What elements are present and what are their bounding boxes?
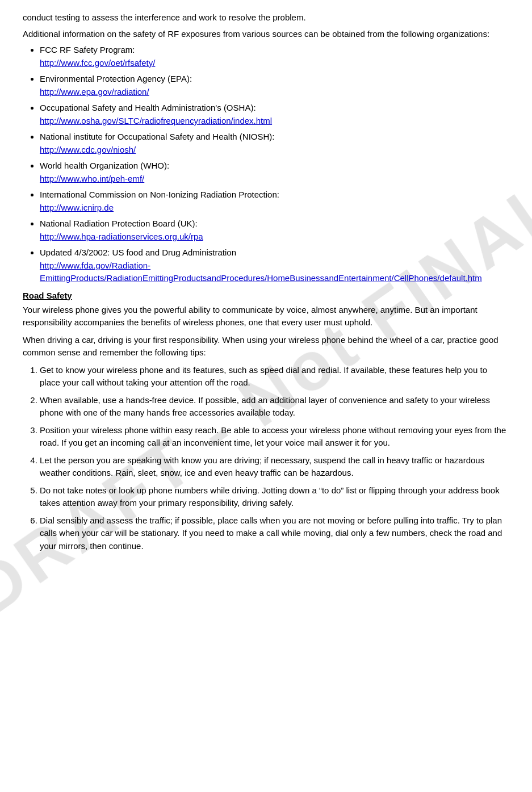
road-safety-heading: Road Safety	[23, 291, 509, 300]
tip-item-1: Get to know your wireless phone and its …	[40, 364, 509, 389]
org-nrpb-link[interactable]: http://www.hpa-radiationservices.org.uk/…	[40, 232, 203, 241]
org-fcc-text: FCC RF Safety Program:	[40, 45, 135, 55]
list-item: FCC RF Safety Program: http://www.fcc.go…	[40, 44, 509, 69]
road-safety-para1: Your wireless phone gives you the powerf…	[23, 304, 509, 329]
road-safety-para2: When driving a car, driving is your firs…	[23, 334, 509, 359]
tip-item-3: Position your wireless phone within easy…	[40, 424, 509, 450]
list-item: National Radiation Protection Board (UK)…	[40, 217, 509, 243]
org-niosh-link[interactable]: http://www.cdc.gov/niosh/	[40, 145, 136, 154]
list-item: National institute for Occupational Safe…	[40, 131, 509, 156]
list-item: International Commission on Non-Ionizing…	[40, 188, 509, 214]
org-icnirp-text: International Commission on Non-Ionizing…	[40, 190, 279, 199]
org-who-text: World health Organization (WHO):	[40, 161, 169, 170]
org-fda-text: Updated 4/3/2002: US food and Drug Admin…	[40, 248, 236, 257]
org-epa-link[interactable]: http://www.epa.gov/radiation/	[40, 87, 149, 97]
org-icnirp-link[interactable]: http://www.icnirp.de	[40, 203, 114, 212]
org-osha-text: Occupational Safety and Health Administr…	[40, 103, 256, 112]
tip-item-6: Dial sensibly and assess the traffic; if…	[40, 514, 509, 553]
org-who-link[interactable]: http://www.who.int/peh-emf/	[40, 174, 144, 183]
org-nrpb-text: National Radiation Protection Board (UK)…	[40, 219, 198, 228]
intro-line1: conduct testing to assess the interferen…	[23, 11, 509, 24]
organization-list: FCC RF Safety Program: http://www.fcc.go…	[40, 44, 509, 285]
org-epa-text: Environmental Protection Agency (EPA):	[40, 74, 192, 83]
tip-item-4: Let the person you are speaking with kno…	[40, 454, 509, 480]
list-item: Occupational Safety and Health Administr…	[40, 102, 509, 127]
org-osha-link[interactable]: http://www.osha.gov/SLTC/radiofrequencyr…	[40, 116, 272, 125]
page-content: conduct testing to assess the interferen…	[23, 11, 509, 552]
list-item: Updated 4/3/2002: US food and Drug Admin…	[40, 246, 509, 285]
list-item: Environmental Protection Agency (EPA): h…	[40, 73, 509, 98]
list-item: World health Organization (WHO): http://…	[40, 160, 509, 185]
org-fda-link[interactable]: http://www.fda.gov/Radiation-EmittingPro…	[40, 261, 482, 283]
intro-line2: Additional information on the safety of …	[23, 28, 509, 41]
org-fcc-link[interactable]: http://www.fcc.gov/oet/rfsafety/	[40, 58, 155, 68]
tip-item-2: When available, use a hands-free device.…	[40, 394, 509, 420]
tip-item-5: Do not take notes or look up phone numbe…	[40, 484, 509, 510]
road-safety-tips-list: Get to know your wireless phone and its …	[40, 364, 509, 553]
org-niosh-text: National institute for Occupational Safe…	[40, 132, 275, 141]
